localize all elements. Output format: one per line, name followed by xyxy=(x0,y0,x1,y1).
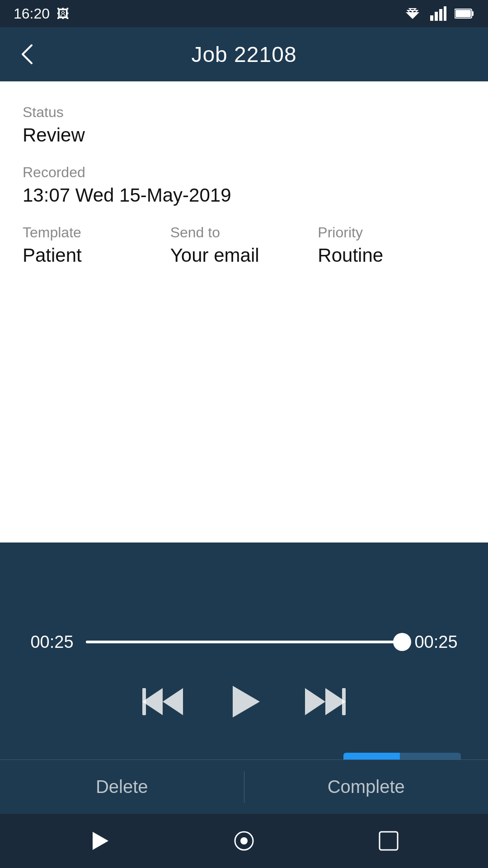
nav-recents-button[interactable] xyxy=(371,823,407,859)
svg-marker-10 xyxy=(163,688,183,715)
forward-button[interactable] xyxy=(303,679,348,724)
status-bar: 16:20 🖼 xyxy=(0,0,488,27)
template-value: Patient xyxy=(23,245,170,266)
battery-icon xyxy=(455,8,474,19)
status-label: Status xyxy=(23,104,465,121)
svg-rect-4 xyxy=(435,12,438,21)
wifi-icon xyxy=(403,6,422,21)
app-header: Job 22108 xyxy=(0,27,488,81)
progress-thumb xyxy=(393,633,411,651)
sendto-value: Your email xyxy=(170,245,318,266)
svg-rect-3 xyxy=(430,15,433,21)
recorded-label: Recorded xyxy=(23,164,465,181)
signal-icon xyxy=(430,6,446,21)
notification-icon: 🖼 xyxy=(56,6,69,21)
svg-rect-16 xyxy=(342,688,346,715)
nav-bar xyxy=(0,814,488,868)
current-time: 00:25 xyxy=(27,632,77,652)
total-time: 00:25 xyxy=(411,632,461,652)
bottom-action-bar: Delete Complete xyxy=(0,760,488,814)
rewind-button[interactable] xyxy=(140,679,185,724)
status-value: Review xyxy=(23,124,465,146)
nav-back-button[interactable] xyxy=(81,823,117,859)
progress-fill xyxy=(86,641,402,643)
svg-marker-17 xyxy=(93,832,108,850)
status-field: Status Review xyxy=(23,104,465,146)
time-display: 16:20 xyxy=(14,5,50,22)
svg-point-19 xyxy=(240,837,248,844)
nav-home-button[interactable] xyxy=(226,823,262,859)
sendto-label: Send to xyxy=(170,224,318,241)
recorded-value: 13:07 Wed 15-May-2019 xyxy=(23,184,465,206)
back-button[interactable] xyxy=(18,43,36,66)
three-col-fields: Template Patient Send to Your email Prio… xyxy=(23,224,465,284)
priority-value: Routine xyxy=(318,245,465,266)
content-area: Status Review Recorded 13:07 Wed 15-May-… xyxy=(0,81,488,307)
svg-marker-13 xyxy=(233,686,260,717)
svg-rect-20 xyxy=(380,832,398,850)
template-label: Template xyxy=(23,224,170,241)
recorded-field: Recorded 13:07 Wed 15-May-2019 xyxy=(23,164,465,206)
status-bar-right xyxy=(403,6,474,21)
svg-rect-6 xyxy=(444,6,446,21)
svg-marker-14 xyxy=(305,688,325,715)
page-title: Job 22108 xyxy=(191,42,296,67)
svg-rect-12 xyxy=(142,688,146,715)
priority-field: Priority Routine xyxy=(318,224,465,266)
svg-rect-9 xyxy=(455,10,471,17)
play-button[interactable] xyxy=(221,679,267,724)
sendto-field: Send to Your email xyxy=(170,224,318,266)
svg-rect-5 xyxy=(439,9,442,21)
priority-label: Priority xyxy=(318,224,465,241)
progress-row: 00:25 00:25 xyxy=(27,632,461,652)
status-bar-left: 16:20 🖼 xyxy=(14,5,69,22)
complete-button[interactable]: Complete xyxy=(244,777,488,797)
template-field: Template Patient xyxy=(23,224,170,266)
svg-rect-8 xyxy=(472,11,474,16)
progress-track[interactable] xyxy=(86,641,402,643)
controls-row xyxy=(140,679,348,724)
delete-button[interactable]: Delete xyxy=(0,777,244,797)
